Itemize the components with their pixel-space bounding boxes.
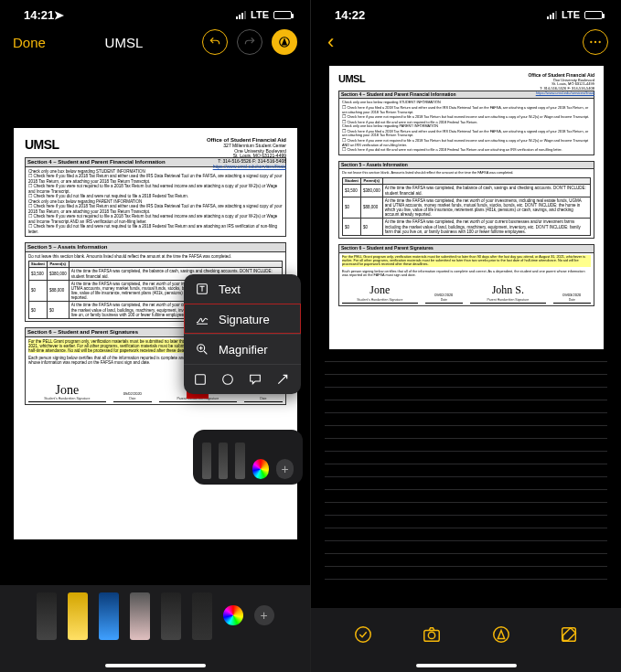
tool-eraser[interactable] (130, 592, 150, 640)
markup-add-menu: Text Signature Magnifier (184, 274, 301, 394)
status-time: 14:21 (24, 8, 54, 22)
shape-circle-icon[interactable] (220, 372, 235, 387)
signal-icon (236, 11, 246, 19)
status-loc-arrow: ➤ (54, 8, 64, 22)
tool-pencil-mini[interactable] (219, 443, 228, 479)
parent-signature: John S. (492, 283, 524, 296)
add-button-mini[interactable]: + (276, 459, 294, 479)
tool-lasso[interactable] (161, 592, 181, 640)
svg-rect-3 (196, 375, 206, 385)
markup-tool-tray: + (0, 585, 310, 672)
status-right: LTE (236, 9, 292, 20)
student-signature: Jone (369, 283, 390, 296)
markup-button[interactable] (491, 624, 511, 645)
color-picker-mini[interactable] (252, 459, 270, 479)
status-bar: 14:21 ➤ LTE (0, 0, 310, 24)
nav-bar: Done UMSL (0, 24, 310, 60)
doc-address: Office of Student Financial Aid 327 Mill… (207, 137, 286, 170)
shape-arrow-icon[interactable] (275, 372, 290, 387)
color-picker[interactable] (223, 605, 243, 625)
undo-button[interactable] (202, 29, 228, 55)
more-button[interactable] (583, 29, 608, 55)
note-ruled-lines (325, 361, 607, 580)
tool-ruler[interactable] (192, 592, 212, 640)
svg-point-10 (429, 632, 435, 638)
redo-button[interactable] (237, 29, 262, 55)
status-right: LTE (547, 9, 603, 20)
home-indicator[interactable] (105, 664, 206, 667)
menu-item-magnifier[interactable]: Magnifier (184, 334, 301, 364)
checklist-button[interactable] (353, 624, 373, 645)
status-bar: 14:22 LTE (311, 0, 621, 24)
svg-point-5 (590, 41, 592, 43)
markup-toggle-button[interactable] (272, 29, 297, 55)
back-button[interactable]: ‹ (324, 30, 337, 54)
tool-highlighter[interactable] (68, 592, 88, 640)
left-screenshot: 14:21 ➤ LTE Done UMSL UMSL Office of Stu… (0, 0, 311, 672)
nav-bar: ‹ (311, 24, 621, 60)
svg-point-4 (223, 375, 233, 385)
svg-point-6 (594, 41, 596, 43)
shape-square-icon[interactable] (193, 372, 208, 387)
annotation-mini-toolbar: + (193, 430, 303, 485)
tool-pen[interactable] (37, 592, 57, 640)
tool-pencil[interactable] (99, 592, 119, 640)
battery-icon (273, 11, 292, 19)
right-screenshot: 14:22 LTE ‹ UMSL Office of Student Finan… (311, 0, 621, 672)
done-button[interactable]: Done (13, 35, 46, 50)
section-4-body: Check only one box below regarding STUDE… (25, 167, 286, 237)
doc-address: Office of Student Financial Aid One Univ… (528, 73, 594, 95)
tool-ruler-mini[interactable] (235, 443, 244, 479)
page-title: UMSL (55, 35, 193, 50)
document-page[interactable]: UMSL Office of Student Financial Aid One… (329, 66, 604, 349)
menu-shapes-row (184, 364, 301, 394)
shape-speech-icon[interactable] (248, 372, 262, 387)
section-5-header: Section 5 – Assets Information (25, 242, 286, 252)
tool-pen-mini[interactable] (202, 443, 211, 479)
svg-point-8 (356, 627, 371, 643)
network-label: LTE (251, 9, 269, 20)
menu-item-signature[interactable]: Signature (184, 304, 301, 334)
svg-point-7 (599, 41, 601, 43)
compose-button[interactable] (559, 624, 579, 645)
network-label: LTE (562, 9, 580, 20)
add-annotation-button[interactable]: + (254, 605, 274, 625)
camera-button[interactable] (421, 624, 443, 645)
menu-item-text[interactable]: Text (184, 274, 301, 304)
bottom-toolbar (311, 608, 621, 672)
status-time: 14:22 (335, 8, 365, 22)
student-signature: Jone (56, 383, 80, 397)
home-indicator[interactable] (416, 664, 517, 667)
battery-icon (584, 11, 603, 19)
signal-icon (547, 11, 557, 19)
